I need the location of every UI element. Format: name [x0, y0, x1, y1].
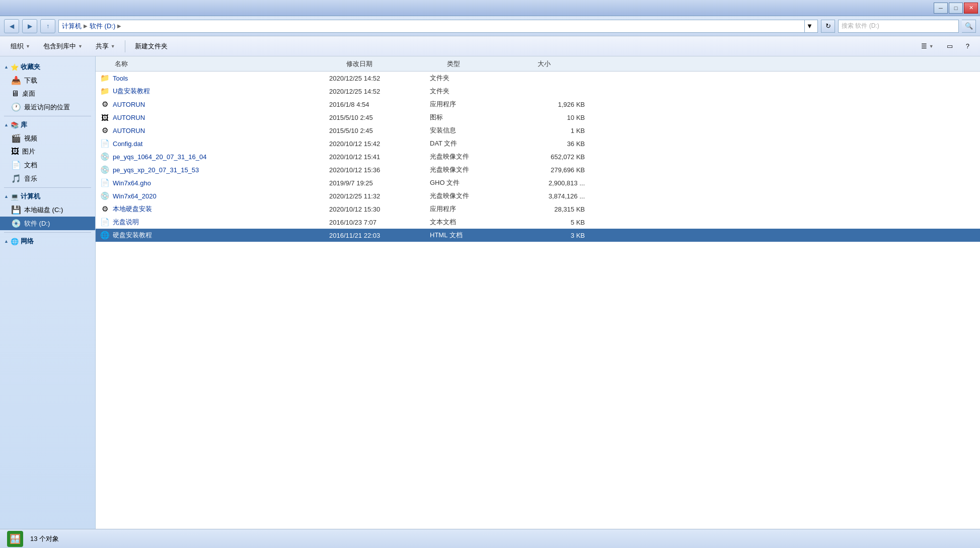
- sidebar-item-recent[interactable]: 🕐 最近访问的位置: [0, 100, 95, 114]
- sidebar-item-video[interactable]: 🎬 视频: [0, 131, 95, 145]
- addressbar: ◀ ▶ ↑ 计算机 ▶ 软件 (D:) ▶ ▼ ↻ 搜索 软件 (D:) 🔍: [0, 16, 980, 36]
- file-date: 2015/5/10 2:45: [329, 127, 430, 134]
- search-box[interactable]: 搜索 软件 (D:): [838, 20, 959, 33]
- close-button[interactable]: ✕: [964, 3, 978, 14]
- file-row[interactable]: 💿Win7x64_20202020/12/25 11:32光盘映像文件3,874…: [96, 189, 980, 202]
- help-icon: ?: [966, 42, 969, 50]
- col-header-size[interactable]: 大小: [536, 59, 606, 68]
- downloads-icon: 📥: [11, 76, 21, 85]
- col-header-date[interactable]: 修改日期: [344, 59, 445, 68]
- file-date: 2016/11/21 22:03: [329, 232, 430, 239]
- drive-d-icon: 💿: [11, 219, 21, 228]
- file-row[interactable]: 💿pe_yqs_1064_20_07_31_16_042020/10/12 15…: [96, 150, 980, 163]
- library-section: ▲ 📚 库 🎬 视频 🖼 图片 📄 文档 🎵 音乐: [0, 118, 95, 185]
- file-name: 本地硬盘安装: [113, 204, 329, 214]
- file-list[interactable]: 📁Tools2020/12/25 14:52文件夹📁U盘安装教程2020/12/…: [96, 72, 980, 529]
- file-size: 3,874,126 ...: [520, 192, 591, 200]
- include-library-label: 包含到库中: [43, 42, 76, 51]
- sidebar-item-music[interactable]: 🎵 音乐: [0, 172, 95, 185]
- path-dropdown-arrow[interactable]: ▼: [804, 20, 814, 32]
- organize-button[interactable]: 组织 ▼: [5, 39, 36, 53]
- view-icon: ☰: [921, 42, 927, 50]
- share-dropdown-icon: ▼: [111, 44, 115, 49]
- address-path[interactable]: 计算机 ▶ 软件 (D:) ▶ ▼: [58, 20, 818, 33]
- file-row[interactable]: ⚙AUTORUN2015/5/10 2:45安装信息1 KB: [96, 124, 980, 137]
- file-icon: ⚙: [100, 204, 110, 214]
- maximize-button[interactable]: □: [949, 3, 963, 14]
- sidebar-item-drive-d[interactable]: 💿 软件 (D:): [0, 217, 95, 230]
- library-header[interactable]: ▲ 📚 库: [0, 118, 95, 131]
- sidebar-item-downloads[interactable]: 📥 下载: [0, 74, 95, 87]
- drive-c-icon: 💾: [11, 205, 21, 215]
- computer-arrow: ▲: [4, 194, 9, 199]
- forward-button[interactable]: ▶: [22, 19, 37, 33]
- sidebar-item-pictures[interactable]: 🖼 图片: [0, 145, 95, 158]
- statusbar: 🪟 13 个对象: [0, 529, 980, 548]
- include-library-button[interactable]: 包含到库中 ▼: [38, 39, 88, 53]
- favorites-section: ▲ ⭐ 收藏夹 📥 下载 🖥 桌面 🕐 最近访问的位置: [0, 60, 95, 114]
- view-button[interactable]: ☰ ▼: [916, 39, 939, 53]
- path-drive[interactable]: 软件 (D:): [90, 22, 115, 31]
- col-header-type[interactable]: 类型: [445, 59, 536, 68]
- preview-button[interactable]: ▭: [941, 39, 958, 53]
- file-row[interactable]: 📁Tools2020/12/25 14:52文件夹: [96, 72, 980, 85]
- search-placeholder: 搜索 软件 (D:): [842, 22, 879, 30]
- minimize-button[interactable]: ─: [934, 3, 948, 14]
- sidebar-item-documents[interactable]: 📄 文档: [0, 158, 95, 172]
- file-row[interactable]: 📄Config.dat2020/10/12 15:42DAT 文件36 KB: [96, 137, 980, 150]
- file-size: 1,926 KB: [520, 101, 591, 108]
- col-header-name[interactable]: 名称: [113, 59, 344, 68]
- file-row[interactable]: ⚙本地硬盘安装2020/10/12 15:30应用程序28,315 KB: [96, 202, 980, 216]
- network-icon: 🌐: [11, 238, 19, 245]
- new-folder-button[interactable]: 新建文件夹: [129, 39, 173, 53]
- file-row[interactable]: 🖼AUTORUN2015/5/10 2:45图标10 KB: [96, 111, 980, 124]
- network-arrow: ▲: [4, 239, 9, 244]
- file-row[interactable]: 🌐硬盘安装教程2016/11/21 22:03HTML 文档3 KB: [96, 229, 980, 242]
- file-date: 2020/10/12 15:41: [329, 153, 430, 161]
- downloads-label: 下载: [24, 76, 37, 85]
- network-header[interactable]: ▲ 🌐 网络: [0, 235, 95, 248]
- sidebar-divider-2: [4, 187, 91, 188]
- file-row[interactable]: 💿pe_yqs_xp_20_07_31_15_532020/10/12 15:3…: [96, 163, 980, 176]
- back-button[interactable]: ◀: [4, 19, 19, 33]
- network-section: ▲ 🌐 网络: [0, 235, 95, 248]
- sidebar-item-drive-c[interactable]: 💾 本地磁盘 (C:): [0, 203, 95, 217]
- search-button[interactable]: 🔍: [962, 20, 976, 33]
- library-icon: 📚: [11, 121, 19, 129]
- up-button[interactable]: ↑: [40, 19, 55, 33]
- file-row[interactable]: 📁U盘安装教程2020/12/25 14:52文件夹: [96, 85, 980, 98]
- file-size: 5 KB: [520, 219, 591, 226]
- file-name: Config.dat: [113, 140, 329, 148]
- file-row[interactable]: 📄Win7x64.gho2019/9/7 19:25GHO 文件2,900,81…: [96, 176, 980, 189]
- file-type: 光盘映像文件: [430, 191, 520, 200]
- file-name: Win7x64.gho: [113, 179, 329, 187]
- favorites-header[interactable]: ▲ ⭐ 收藏夹: [0, 60, 95, 74]
- file-name: pe_yqs_xp_20_07_31_15_53: [113, 166, 329, 174]
- help-button[interactable]: ?: [960, 39, 975, 53]
- music-label: 音乐: [24, 174, 37, 183]
- file-size: 1 KB: [520, 127, 591, 134]
- library-label: 库: [21, 120, 27, 129]
- file-type: 安装信息: [430, 126, 520, 135]
- refresh-button[interactable]: ↻: [821, 20, 835, 33]
- organize-dropdown-icon: ▼: [26, 44, 30, 49]
- computer-header[interactable]: ▲ 💻 计算机: [0, 190, 95, 203]
- file-row[interactable]: 📄光盘说明2016/10/23 7:07文本文档5 KB: [96, 216, 980, 229]
- share-button[interactable]: 共享 ▼: [90, 39, 121, 53]
- file-date: 2020/12/25 11:32: [329, 192, 430, 200]
- documents-icon: 📄: [11, 160, 21, 170]
- main-container: ▲ ⭐ 收藏夹 📥 下载 🖥 桌面 🕐 最近访问的位置 ▲ 📚 库: [0, 56, 980, 529]
- svg-text:🪟: 🪟: [10, 533, 21, 544]
- file-name: AUTORUN: [113, 127, 329, 134]
- file-icon: 📁: [100, 86, 110, 96]
- status-icon: 🪟: [6, 530, 24, 548]
- file-type: 应用程序: [430, 100, 520, 109]
- library-arrow: ▲: [4, 122, 9, 127]
- file-size: 2,900,813 ...: [520, 179, 591, 187]
- file-row[interactable]: ⚙AUTORUN2016/1/8 4:54应用程序1,926 KB: [96, 98, 980, 111]
- path-sep-1: ▶: [84, 23, 88, 29]
- sidebar-item-desktop[interactable]: 🖥 桌面: [0, 87, 95, 100]
- file-name: 硬盘安装教程: [113, 231, 329, 240]
- toolbar-separator: [125, 40, 125, 52]
- path-computer[interactable]: 计算机: [62, 22, 82, 31]
